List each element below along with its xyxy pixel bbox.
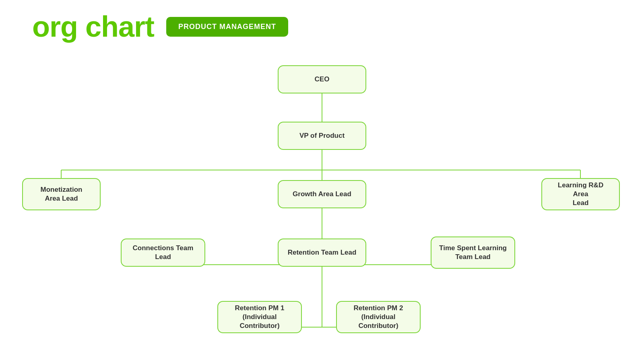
monetization-node[interactable]: Monetization Area Lead — [22, 178, 101, 210]
pm2-node[interactable]: Retention PM 2 (Individual Contributor) — [336, 301, 421, 333]
connections-node[interactable]: Connections Team Lead — [121, 239, 205, 267]
page-title: org chart — [32, 12, 154, 41]
timespent-node[interactable]: Time Spent Learning Team Lead — [431, 236, 515, 269]
retention-node[interactable]: Retention Team Lead — [278, 239, 366, 267]
learning-node[interactable]: Learning R&D Area Lead — [541, 178, 620, 210]
pm1-node[interactable]: Retention PM 1 (Individual Contributor) — [217, 301, 302, 333]
ceo-node[interactable]: CEO — [278, 65, 366, 93]
department-badge: PRODUCT MANAGEMENT — [166, 17, 288, 37]
org-chart: CEO VP of Product Monetization Area Lead… — [0, 45, 644, 359]
vp-node[interactable]: VP of Product — [278, 122, 366, 150]
growth-node[interactable]: Growth Area Lead — [278, 180, 366, 208]
page-header: org chart PRODUCT MANAGEMENT — [0, 0, 644, 45]
